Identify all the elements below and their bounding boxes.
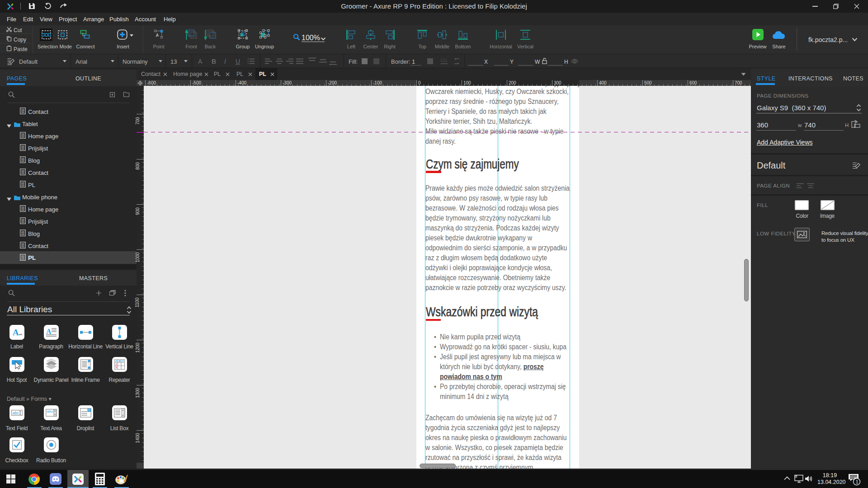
svg-text:2: 2	[115, 366, 117, 369]
svg-text:A: A	[46, 328, 52, 335]
svg-text:abc: abc	[13, 411, 19, 415]
svg-text:1: 1	[856, 479, 859, 484]
svg-text:A: A	[13, 328, 19, 337]
svg-text:abcd: abcd	[47, 409, 54, 413]
svg-text:A: A	[115, 360, 118, 362]
svg-text:B: B	[118, 360, 121, 362]
svg-text:1: 1	[115, 363, 117, 366]
svg-text:C: C	[122, 360, 124, 362]
